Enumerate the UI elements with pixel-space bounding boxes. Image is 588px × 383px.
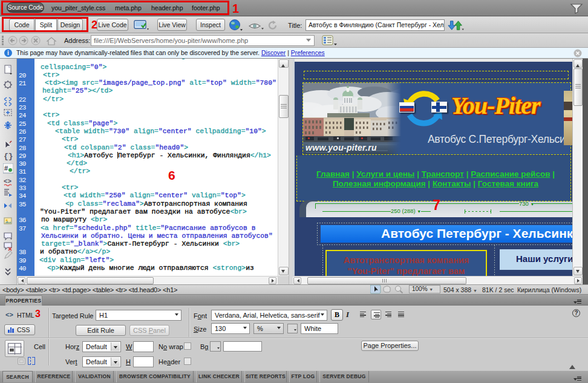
svg-text:<>: <>	[4, 177, 11, 185]
svg-text:{}: {}	[4, 152, 13, 161]
svg-text:#: #	[4, 165, 8, 172]
